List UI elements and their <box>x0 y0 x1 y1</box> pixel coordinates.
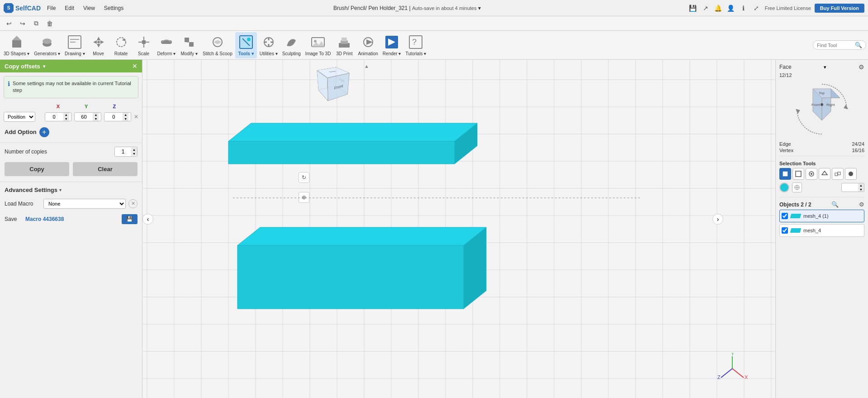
macro-clear-button[interactable]: ✕ <box>128 199 138 208</box>
macro-select[interactable]: None <box>43 199 126 209</box>
tool-rotate[interactable]: Rotate <box>110 32 132 58</box>
menu-settings[interactable]: Settings <box>101 3 126 13</box>
y-input[interactable]: 60 <box>75 113 93 121</box>
user-icon[interactable]: 👤 <box>726 3 736 13</box>
sel-paint-button[interactable] <box>845 168 857 180</box>
tool-utilities[interactable]: Utilities ▾ <box>258 32 280 58</box>
nav-cube-container[interactable]: Top Front Right <box>788 80 856 139</box>
copies-down-spinner[interactable]: ▼ <box>131 152 137 156</box>
z-input[interactable]: 0 <box>104 113 123 121</box>
objects-search-button[interactable]: 🔍 <box>831 201 839 208</box>
y-down-spinner[interactable]: ▼ <box>93 117 99 121</box>
opacity-down-spinner[interactable]: ▼ <box>858 187 864 192</box>
tool-stitch-scoop[interactable]: Stitch & Scoop <box>201 32 234 58</box>
buy-button[interactable]: Buy Full Version <box>815 4 864 13</box>
object-checkbox-1[interactable] <box>782 213 788 219</box>
drawing-icon <box>66 34 83 50</box>
info-icon[interactable]: ℹ <box>739 3 749 13</box>
svg-text:Top: Top <box>819 91 825 95</box>
tool-move[interactable]: Move <box>88 32 109 58</box>
svg-text:Front: Front <box>811 103 820 107</box>
tool-generators[interactable]: Generators ▾ <box>32 32 62 58</box>
bell-icon[interactable]: 🔔 <box>713 3 723 13</box>
modify-icon <box>181 34 197 50</box>
svg-line-55 <box>721 369 732 378</box>
edge-stats-row: Edge 24/24 <box>779 141 864 147</box>
tool-sculpting[interactable]: Sculpting <box>280 32 303 58</box>
tool-image-to-3d[interactable]: Image To 3D <box>304 32 333 58</box>
generators-icon <box>39 34 55 50</box>
object-item-mesh4[interactable]: mesh_4 <box>779 224 864 237</box>
fullscreen-icon[interactable]: ⤢ <box>751 3 761 13</box>
wireframe-button[interactable] <box>792 182 802 192</box>
move-icon <box>90 34 107 50</box>
advanced-settings-row[interactable]: Advanced Settings ▾ <box>0 184 142 196</box>
tool-drawing[interactable]: Drawing ▾ <box>63 32 86 58</box>
y-up-spinner[interactable]: ▲ <box>93 113 99 117</box>
find-tool-input[interactable] <box>817 43 853 48</box>
tool-render[interactable]: Render ▾ <box>381 32 403 58</box>
menu-edit[interactable]: Edit <box>62 3 77 13</box>
tool-tools[interactable]: Tools ▾ <box>235 32 257 58</box>
copy-action-button[interactable]: Copy <box>5 162 69 176</box>
face-gear-button[interactable]: ⚙ <box>859 63 864 71</box>
z-up-spinner[interactable]: ▲ <box>123 113 128 117</box>
opacity-up-spinner[interactable]: ▲ <box>858 183 864 187</box>
viewport[interactable]: Front Right Top ▲ ▼ 🏠 📷 ↻ ⊕ <box>142 60 775 398</box>
opacity-input[interactable]: 100 <box>842 184 858 191</box>
nav-up-arrow[interactable]: ▲ <box>364 63 369 69</box>
redo-button[interactable]: ↪ <box>17 18 28 29</box>
save-label: Save <box>5 216 23 222</box>
sel-vertex-button[interactable] <box>806 168 817 180</box>
nav-right-button[interactable]: › <box>712 214 723 225</box>
top-shape <box>183 96 500 232</box>
objects-gear-button[interactable]: ⚙ <box>859 201 864 208</box>
y-label: Y <box>73 104 100 109</box>
tool-deform[interactable]: Deform ▾ <box>156 32 178 58</box>
copy-button[interactable]: ⧉ <box>31 18 42 29</box>
sel-object-button[interactable] <box>819 168 830 180</box>
copies-up-spinner[interactable]: ▲ <box>131 148 137 152</box>
sel-edge-button[interactable] <box>792 168 804 180</box>
position-select[interactable]: Position <box>4 112 35 122</box>
menu-view[interactable]: View <box>81 3 98 13</box>
tool-3d-shapes[interactable]: 3D Shapes ▾ <box>2 32 31 58</box>
object-item-mesh4-1[interactable]: mesh_4 (1) <box>779 210 864 222</box>
nav-left-button[interactable]: ‹ <box>142 214 153 225</box>
advanced-settings-arrow: ▾ <box>59 187 62 192</box>
panel-dropdown-arrow[interactable]: ▾ <box>43 64 45 69</box>
tool-3d-print[interactable]: 3D Print <box>333 32 355 58</box>
x-up-spinner[interactable]: ▲ <box>63 113 69 117</box>
save-icon[interactable]: 💾 <box>688 3 698 13</box>
undo-button[interactable]: ↩ <box>4 18 14 29</box>
object-checkbox-2[interactable] <box>782 227 788 234</box>
face-dropdown-arrow[interactable]: ▾ <box>824 64 826 70</box>
copies-input[interactable]: 1 <box>115 147 131 156</box>
sel-face-button[interactable] <box>779 168 791 180</box>
delete-button[interactable]: 🗑 <box>44 18 55 29</box>
vertex-count: 16/16 <box>852 148 864 153</box>
share-icon[interactable]: ↗ <box>701 3 711 13</box>
svg-marker-9 <box>93 40 97 44</box>
svg-rect-73 <box>838 172 840 175</box>
clear-action-button[interactable]: Clear <box>73 162 138 176</box>
x-down-spinner[interactable]: ▼ <box>63 117 69 121</box>
perspective-cube[interactable]: Front Right Top <box>314 64 351 101</box>
tool-tutorials[interactable]: ? Tutorials ▾ <box>403 32 428 58</box>
coord-clear-button[interactable]: ✕ <box>134 114 138 120</box>
save-macro-button[interactable]: 💾 <box>122 214 138 224</box>
load-macro-label: Load Macro <box>5 201 41 207</box>
autosave[interactable]: Auto-save in about 4 minutes <box>412 5 476 11</box>
svg-line-51 <box>732 369 744 378</box>
add-option-button[interactable]: + <box>39 127 49 137</box>
x-input[interactable]: 0 <box>45 113 63 121</box>
tool-animation[interactable]: Animation <box>356 32 379 58</box>
color-circle[interactable] <box>779 182 789 192</box>
tool-scale[interactable]: Scale <box>133 32 155 58</box>
z-down-spinner[interactable]: ▼ <box>123 117 128 121</box>
svg-text:Right: Right <box>826 103 835 107</box>
panel-close-button[interactable]: ✕ <box>132 62 138 70</box>
sel-group-button[interactable] <box>832 168 844 180</box>
tool-modify[interactable]: Modify ▾ <box>178 32 200 58</box>
menu-file[interactable]: File <box>44 3 58 13</box>
